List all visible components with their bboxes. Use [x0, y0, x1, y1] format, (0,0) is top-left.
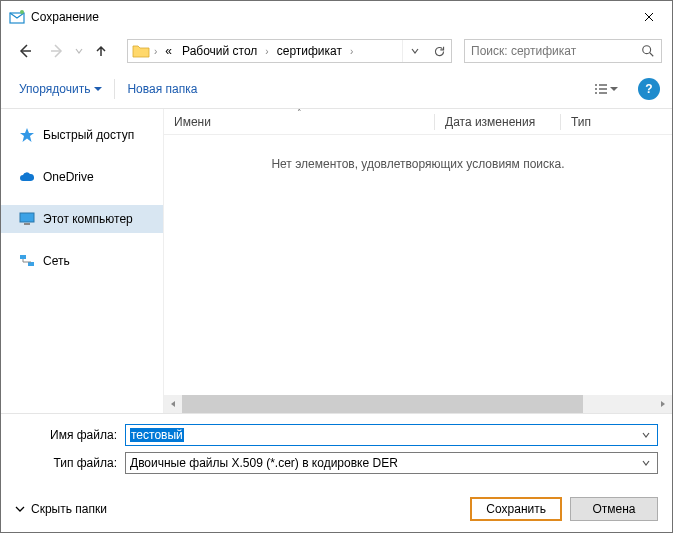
chevron-right-icon: › [263, 46, 270, 57]
empty-message: Нет элементов, удовлетворяющих условиям … [164, 135, 672, 395]
chevron-down-icon[interactable] [637, 426, 655, 444]
folder-icon [132, 42, 150, 60]
save-fields: Имя файла: тестовый Тип файла: Двоичные … [1, 414, 672, 486]
breadcrumb-current[interactable]: сертификат [273, 44, 346, 58]
recent-locations-button[interactable] [75, 46, 83, 57]
sidebar-item-onedrive[interactable]: OneDrive [1, 163, 163, 191]
chevron-right-icon: › [348, 46, 355, 57]
chevron-down-icon [15, 504, 25, 514]
column-name[interactable]: ˄ Имени [164, 109, 434, 134]
column-date[interactable]: Дата изменения [435, 109, 560, 134]
chevron-right-icon: › [152, 46, 159, 57]
titlebar: Сохранение [1, 1, 672, 33]
nav-row: › « Рабочий стол › сертификат › [1, 33, 672, 69]
dialog-icon [9, 9, 25, 25]
svg-rect-6 [28, 262, 34, 266]
svg-rect-5 [20, 255, 26, 259]
save-button[interactable]: Сохранить [470, 497, 562, 521]
organize-button[interactable]: Упорядочить [13, 78, 108, 100]
filename-input[interactable]: тестовый [130, 428, 184, 442]
svg-rect-4 [24, 223, 30, 225]
hide-folders-button[interactable]: Скрыть папки [15, 502, 107, 516]
scroll-left-icon[interactable] [164, 395, 182, 413]
help-button[interactable]: ? [638, 78, 660, 100]
filename-combo[interactable]: тестовый [125, 424, 658, 446]
filename-label: Имя файла: [15, 428, 125, 442]
view-options-button[interactable] [586, 77, 626, 101]
sidebar-item-network[interactable]: Сеть [1, 247, 163, 275]
column-headers: ˄ Имени Дата изменения Тип [164, 109, 672, 135]
chevron-down-icon[interactable] [637, 454, 655, 472]
breadcrumb-desktop[interactable]: Рабочий стол [178, 44, 261, 58]
new-folder-button[interactable]: Новая папка [121, 78, 203, 100]
close-button[interactable] [626, 1, 672, 33]
scroll-right-icon[interactable] [654, 395, 672, 413]
horizontal-scrollbar[interactable] [164, 395, 672, 413]
network-icon [19, 253, 35, 269]
filetype-value: Двоичные файлы X.509 (*.cer) в кодировке… [130, 456, 637, 470]
dialog-title: Сохранение [31, 10, 626, 24]
cloud-icon [19, 169, 35, 185]
toolbar: Упорядочить Новая папка ? [1, 69, 672, 109]
save-dialog: Сохранение › « Рабочий стол › [0, 0, 673, 533]
nav-tree: Быстрый доступ OneDrive Этот компьютер С… [1, 109, 163, 413]
filetype-combo[interactable]: Двоичные файлы X.509 (*.cer) в кодировке… [125, 452, 658, 474]
column-type[interactable]: Тип [561, 109, 672, 134]
address-bar[interactable]: › « Рабочий стол › сертификат › [127, 39, 452, 63]
forward-button[interactable] [43, 37, 71, 65]
star-icon [19, 127, 35, 143]
back-button[interactable] [11, 37, 39, 65]
svg-rect-3 [20, 213, 34, 222]
up-button[interactable] [87, 37, 115, 65]
svg-point-2 [643, 46, 651, 54]
sort-arrow-icon: ˄ [297, 109, 302, 118]
button-row: Скрыть папки Сохранить Отмена [1, 486, 672, 532]
body: Быстрый доступ OneDrive Этот компьютер С… [1, 109, 672, 414]
scroll-thumb[interactable] [182, 395, 583, 413]
sidebar-item-this-pc[interactable]: Этот компьютер [1, 205, 163, 233]
svg-point-1 [20, 10, 24, 14]
breadcrumb-prefix: « [161, 44, 176, 58]
monitor-icon [19, 211, 35, 227]
search-icon[interactable] [635, 44, 661, 58]
filetype-label: Тип файла: [15, 456, 125, 470]
separator [114, 79, 115, 99]
cancel-button[interactable]: Отмена [570, 497, 658, 521]
file-list: ˄ Имени Дата изменения Тип Нет элементов… [163, 109, 672, 413]
refresh-button[interactable] [427, 40, 451, 62]
sidebar-item-quick-access[interactable]: Быстрый доступ [1, 121, 163, 149]
address-dropdown-button[interactable] [403, 40, 427, 62]
search-input[interactable] [465, 44, 635, 58]
search-box[interactable] [464, 39, 662, 63]
